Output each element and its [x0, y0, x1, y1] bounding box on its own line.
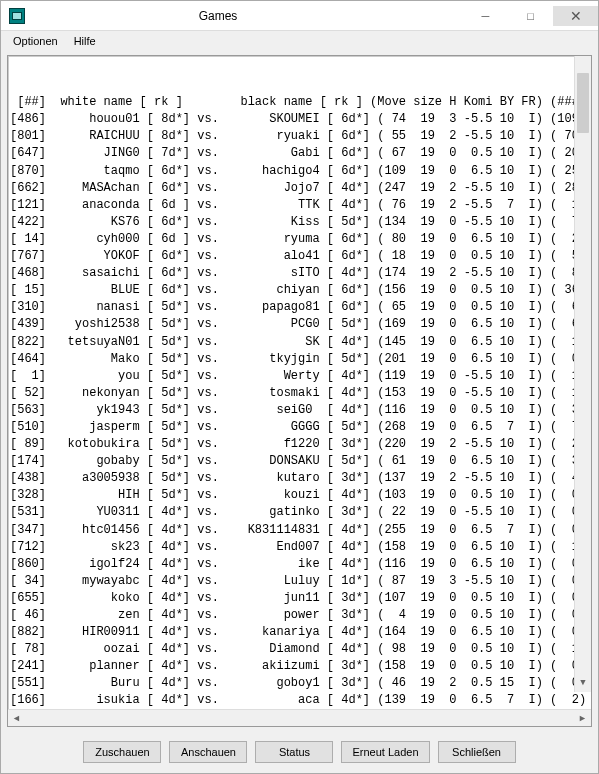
vertical-scrollbar[interactable]: ▲ ▼ — [574, 56, 591, 692]
minimize-button[interactable]: ─ — [463, 6, 508, 26]
game-row[interactable]: [551] Buru [ 4d*] vs. goboy1 [ 3d*] ( 46… — [10, 675, 589, 692]
game-row[interactable]: [468] sasaichi [ 6d*] vs. sITO [ 4d*] (1… — [10, 265, 589, 282]
scroll-down-icon[interactable]: ▼ — [575, 675, 591, 692]
game-row[interactable]: [767] YOKOF [ 6d*] vs. alo41 [ 6d*] ( 18… — [10, 248, 589, 265]
game-row[interactable]: [310] nanasi [ 5d*] vs. papago81 [ 6d*] … — [10, 299, 589, 316]
game-row[interactable]: [860] igolf24 [ 4d*] vs. ike [ 4d*] (116… — [10, 556, 589, 573]
game-row[interactable]: [870] taqmo [ 6d*] vs. hachigo4 [ 6d*] (… — [10, 163, 589, 180]
game-row[interactable]: [121] anaconda [ 6d ] vs. TTK [ 4d*] ( 7… — [10, 197, 589, 214]
game-row[interactable]: [422] KS76 [ 6d*] vs. Kiss [ 5d*] (134 1… — [10, 214, 589, 231]
game-row[interactable]: [328] HIH [ 5d*] vs. kouzi [ 4d*] (103 1… — [10, 487, 589, 504]
game-row[interactable]: [531] YU0311 [ 4d*] vs. gatinko [ 3d*] (… — [10, 504, 589, 521]
scroll-right-icon[interactable]: ► — [574, 713, 591, 723]
game-row[interactable]: [510] jasperm [ 5d*] vs. GGGG [ 5d*] (26… — [10, 419, 589, 436]
anschauen-button[interactable]: Anschauen — [169, 741, 247, 763]
game-row[interactable]: [712] sk23 [ 4d*] vs. End007 [ 4d*] (158… — [10, 539, 589, 556]
game-row[interactable]: [882] HIR00911 [ 4d*] vs. kanariya [ 4d*… — [10, 624, 589, 641]
game-row[interactable]: [174] gobaby [ 5d*] vs. DONSAKU [ 5d*] (… — [10, 453, 589, 470]
schliessen-button[interactable]: Schließen — [438, 741, 516, 763]
games-listing[interactable]: [##] white name [ rk ] black name [ rk ]… — [8, 56, 591, 709]
game-row[interactable]: [ 78] oozai [ 4d*] vs. Diamond [ 4d*] ( … — [10, 641, 589, 658]
game-row[interactable]: [ 34] mywayabc [ 4d*] vs. Luluy [ 1d*] (… — [10, 573, 589, 590]
game-row[interactable]: [ 89] kotobukira [ 5d*] vs. f1220 [ 3d*]… — [10, 436, 589, 453]
game-row[interactable]: [ 1] you [ 5d*] vs. Werty [ 4d*] (119 19… — [10, 368, 589, 385]
game-row[interactable]: [486] houou01 [ 8d*] vs. SKOUMEI [ 6d*] … — [10, 111, 589, 128]
game-row[interactable]: [647] JING0 [ 7d*] vs. Gabi [ 6d*] ( 67 … — [10, 145, 589, 162]
game-row[interactable]: [347] htc01456 [ 4d*] vs. K831114831 [ 4… — [10, 522, 589, 539]
game-row[interactable]: [ 15] BLUE [ 6d*] vs. chiyan [ 6d*] (156… — [10, 282, 589, 299]
game-row[interactable]: [801] RAICHUU [ 8d*] vs. ryuaki [ 6d*] (… — [10, 128, 589, 145]
game-row[interactable]: [822] tetsuyaN01 [ 5d*] vs. SK [ 4d*] (1… — [10, 334, 589, 351]
menu-optionen[interactable]: Optionen — [5, 33, 66, 49]
titlebar: Games ─ □ ✕ — [1, 1, 598, 31]
scroll-left-icon[interactable]: ◄ — [8, 713, 25, 723]
game-row[interactable]: [ 46] zen [ 4d*] vs. power [ 3d*] ( 4 19… — [10, 607, 589, 624]
game-row[interactable]: [662] MASAchan [ 6d*] vs. Jojo7 [ 4d*] (… — [10, 180, 589, 197]
scroll-thumb[interactable] — [577, 73, 589, 133]
content-area: [##] white name [ rk ] black name [ rk ]… — [7, 55, 592, 727]
game-row[interactable]: [439] yoshi2538 [ 5d*] vs. PCG0 [ 5d*] (… — [10, 316, 589, 333]
status-button[interactable]: Status — [255, 741, 333, 763]
close-button[interactable]: ✕ — [553, 6, 598, 26]
window-title: Games — [33, 9, 403, 23]
game-row[interactable]: [ 52] nekonyan [ 5d*] vs. tosmaki [ 4d*]… — [10, 385, 589, 402]
game-row[interactable]: [655] koko [ 4d*] vs. jun11 [ 3d*] (107 … — [10, 590, 589, 607]
game-row[interactable]: [563] yk1943 [ 5d*] vs. seiG0 [ 4d*] (11… — [10, 402, 589, 419]
game-row[interactable]: [241] planner [ 4d*] vs. akiizumi [ 3d*]… — [10, 658, 589, 675]
horizontal-scrollbar[interactable]: ◄ ► — [8, 709, 591, 726]
app-icon — [9, 8, 25, 24]
header-row: [##] white name [ rk ] black name [ rk ]… — [10, 94, 589, 111]
menubar: Optionen Hilfe — [1, 31, 598, 51]
zuschauen-button[interactable]: Zuschauen — [83, 741, 161, 763]
menu-hilfe[interactable]: Hilfe — [66, 33, 104, 49]
game-row[interactable]: [464] Mako [ 5d*] vs. tkyjgin [ 5d*] (20… — [10, 351, 589, 368]
erneut-laden-button[interactable]: Erneut Laden — [341, 741, 429, 763]
button-bar: Zuschauen Anschauen Status Erneut Laden … — [1, 731, 598, 773]
maximize-button[interactable]: □ — [508, 6, 553, 26]
game-row[interactable]: [166] isukia [ 4d*] vs. aca [ 4d*] (139 … — [10, 692, 589, 709]
game-row[interactable]: [ 14] cyh000 [ 6d ] vs. ryuma [ 6d*] ( 8… — [10, 231, 589, 248]
game-row[interactable]: [438] a3005938 [ 5d*] vs. kutaro [ 3d*] … — [10, 470, 589, 487]
